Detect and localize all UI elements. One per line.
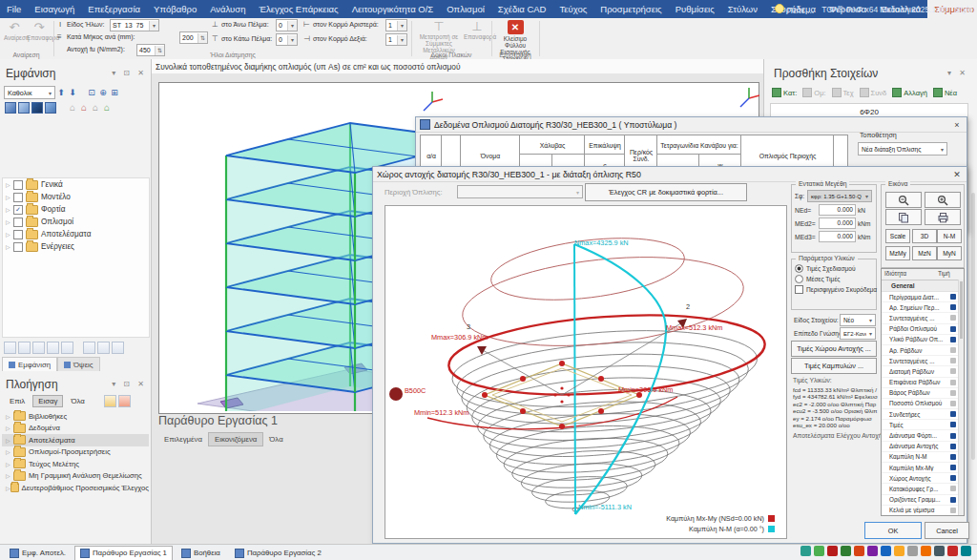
dialog-titlebar[interactable]: Χώρος αντοχής διατομής R30/30_HEB300_1 -…: [373, 167, 967, 182]
checkbox[interactable]: [13, 242, 23, 252]
expand-arrow-icon[interactable]: ▷: [6, 243, 13, 250]
building-view-icon[interactable]: ⌂: [78, 102, 90, 114]
nav-tree-item[interactable]: ▷ Μη Γραμμική Ανάλυση Θεμελίωσης: [2, 470, 149, 483]
force-input[interactable]: 0.000: [819, 231, 856, 242]
view-button-3d[interactable]: 3D: [912, 229, 937, 243]
loadcase-combo[interactable]: κφρ: 1.35·G+1.50·Q▾: [807, 190, 872, 202]
expand-arrow-icon[interactable]: ▷: [6, 472, 13, 479]
grid-scrollbar[interactable]: [958, 280, 964, 515]
display-toolbar-icon[interactable]: [61, 342, 73, 354]
ribbon-tab[interactable]: Έλεγχος Επάρκειας: [252, 0, 344, 18]
stud-spacing-input[interactable]: 200⇅: [179, 31, 208, 44]
bottom-tab[interactable]: Βοήθεια: [176, 546, 226, 560]
property-row[interactable]: Διάνυσμα Αντοχής: [882, 442, 964, 452]
redo-button[interactable]: ↷Επαναφορά: [27, 21, 52, 41]
tree-item[interactable]: ▷ Οπλισμοί: [3, 216, 149, 228]
taskbar-icon[interactable]: [961, 546, 971, 556]
property-row[interactable]: Επιφάνεια Ράβδων: [882, 378, 964, 388]
checkbox[interactable]: [13, 180, 23, 190]
ribbon-tab[interactable]: Οπλισμοί: [440, 0, 491, 18]
checkbox[interactable]: [13, 193, 23, 202]
expand-arrow-icon[interactable]: ▷: [6, 231, 13, 238]
expand-arrow-icon[interactable]: ▷: [6, 437, 13, 444]
space-values-button[interactable]: Τιμές Χώρου Αντοχής ...: [791, 341, 877, 357]
dialog-close-icon[interactable]: ✕: [951, 169, 963, 180]
tree-item[interactable]: ▷ Ενέργειες: [3, 240, 149, 253]
property-row[interactable]: Ράβδοι Οπλισμού: [882, 324, 964, 335]
display-toolbar-icon[interactable]: [18, 342, 31, 354]
property-row[interactable]: Καμπύλη Mx-My: [882, 463, 964, 473]
workspace-tab[interactable]: Εικονιζόμενα: [208, 432, 263, 446]
taskbar-icon[interactable]: [800, 546, 811, 556]
force-input[interactable]: 0.000: [819, 204, 856, 216]
add-toolbar-item[interactable]: Συνδ: [860, 88, 887, 97]
ribbon-tab[interactable]: Τεύχος: [552, 0, 593, 18]
panel-tab[interactable]: Εμφάνιση: [2, 357, 57, 371]
panel-scrollbar[interactable]: [971, 193, 975, 460]
mean-values-radio[interactable]: Μέσες Τιμές: [795, 275, 873, 283]
force-input[interactable]: 0.000: [819, 218, 856, 229]
expand-arrow-icon[interactable]: ▷: [6, 461, 13, 467]
nav-tree-item[interactable]: ▷ Οπλισμοί-Προσμετρήσεις: [2, 446, 149, 459]
tree-item[interactable]: ▷ Γενικά: [3, 178, 149, 191]
view-cube-icon[interactable]: [45, 102, 56, 114]
display-panel-controls[interactable]: ▾ ⊡ ✕: [112, 69, 147, 77]
taskbar-icon[interactable]: [881, 546, 891, 556]
taskbar-icon[interactable]: [814, 546, 824, 556]
property-row[interactable]: Συντεταγμένες ...: [882, 356, 964, 366]
property-row[interactable]: Διάνυσμα Φόρτι...: [882, 430, 964, 441]
design-values-radio[interactable]: Τιμές Σχεδιασμού: [795, 264, 873, 273]
expand-arrow-icon[interactable]: ▷: [6, 413, 13, 420]
view-button-mzn[interactable]: MzN: [912, 246, 937, 260]
zoom-in-button[interactable]: [925, 192, 961, 208]
nav-tree-item[interactable]: ▷ Δεδομένα: [2, 423, 149, 435]
property-row[interactable]: Κελιά με γέμισμα: [882, 506, 964, 516]
ribbon-tab[interactable]: Εισαγωγή: [28, 0, 81, 18]
add-toolbar-item[interactable]: Ομ:: [802, 88, 825, 97]
placement-combo[interactable]: Νέα διάταξη Όπλισης▾: [858, 142, 947, 156]
property-row[interactable]: Χώρος Αντοχής: [882, 473, 964, 484]
view-cube-icon[interactable]: [31, 102, 43, 114]
add-panel-controls[interactable]: ▾ ✕: [947, 69, 968, 77]
expand-arrow-icon[interactable]: ▷: [6, 194, 13, 200]
ribbon-tab[interactable]: File: [0, 0, 28, 18]
property-row[interactable]: Αρ. Σημείων Περ...: [882, 302, 964, 313]
taskbar-icon[interactable]: [854, 546, 864, 556]
ribbon-tab[interactable]: Ρυθμίσεις: [669, 0, 721, 18]
navigation-tab[interactable]: Εισαγ: [32, 395, 63, 407]
tree-item[interactable]: ▷ Μοντέλο: [3, 191, 149, 203]
property-row[interactable]: Ποσοστό Οπλισμού: [882, 399, 964, 409]
copy-image-button[interactable]: [885, 209, 922, 225]
move-up-icon[interactable]: ⬆: [55, 87, 67, 98]
building-view-icon[interactable]: ⌂: [101, 102, 113, 114]
panel-tab[interactable]: Όψεις: [57, 357, 100, 371]
checkbox[interactable]: [13, 205, 23, 215]
nav-toolbar-icon[interactable]: [118, 395, 131, 407]
ok-button[interactable]: OK: [864, 522, 922, 539]
element-type-combo[interactable]: Νέο▾: [840, 314, 876, 326]
style-menu[interactable]: Style: [955, 5, 973, 14]
add-toolbar-item[interactable]: Νέα: [933, 88, 957, 97]
move-down-icon[interactable]: ⬇: [67, 87, 78, 98]
zoom-in-icon[interactable]: ⊕: [97, 87, 109, 98]
expand-arrow-icon[interactable]: ▷: [6, 448, 13, 455]
nav-tree-item[interactable]: ▷ Βιβλιοθήκες: [2, 410, 149, 423]
navigation-tab[interactable]: Όλα: [65, 395, 90, 407]
taskbar-icon[interactable]: [921, 546, 931, 556]
zoom-select-icon[interactable]: ⊡: [86, 87, 97, 98]
property-row[interactable]: Καμπύλη N-M: [882, 452, 964, 463]
navigation-panel-controls[interactable]: ▾ ⊡ ✕: [112, 380, 147, 388]
view-button-n-m[interactable]: N-M: [937, 229, 962, 243]
taskbar-icon[interactable]: [934, 546, 945, 556]
checkbox[interactable]: [13, 218, 23, 227]
expand-arrow-icon[interactable]: ▷: [6, 425, 13, 431]
cr-check-button[interactable]: Έλεγχος CR με δοκιμαστικά φορτία...: [585, 183, 747, 201]
workspace-tab[interactable]: Επιλεγμένα: [158, 433, 208, 446]
property-row[interactable]: Κατακόρυφες Γρ...: [882, 484, 964, 494]
ribbon-tab[interactable]: Επεξεργασία: [81, 0, 147, 18]
display-toolbar-icon[interactable]: [97, 342, 110, 354]
zoom-extents-icon[interactable]: ⊞: [109, 87, 120, 98]
web-left-combo[interactable]: 1▾: [385, 19, 407, 31]
top-flange-combo[interactable]: 0▾: [276, 19, 298, 31]
expand-arrow-icon[interactable]: ▷: [6, 206, 13, 213]
